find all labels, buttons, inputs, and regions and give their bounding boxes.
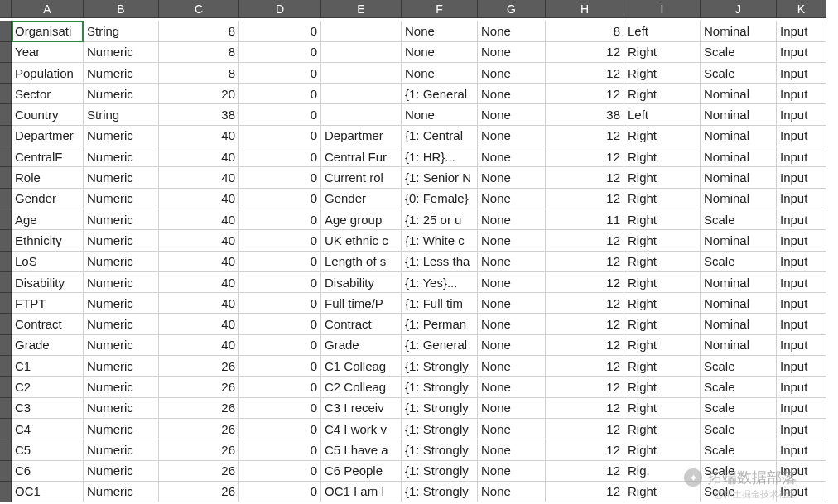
cell-E-11[interactable]: UK ethnic c (321, 230, 402, 251)
cell-E-13[interactable]: Disability (321, 272, 402, 293)
column-header-I[interactable]: I (624, 0, 701, 18)
cell-I-12[interactable]: Right (624, 252, 701, 272)
cell-C-5[interactable]: 38 (159, 104, 239, 125)
cell-D-6[interactable]: 0 (239, 126, 321, 146)
cell-G-2[interactable]: None (478, 42, 546, 63)
cell-J-2[interactable]: Scale (701, 42, 777, 63)
cell-F-6[interactable]: {1: Central (402, 126, 478, 146)
cell-C-8[interactable]: 40 (159, 167, 239, 188)
cell-A-6[interactable]: Departmer (12, 126, 84, 146)
cell-B-14[interactable]: Numeric (84, 293, 159, 314)
cell-A-4[interactable]: Sector (12, 84, 84, 104)
row-header[interactable] (0, 377, 12, 397)
cell-G-5[interactable]: None (478, 104, 546, 125)
cell-E-20[interactable]: C4 I work v (321, 419, 402, 439)
cell-J-14[interactable]: Nominal (701, 293, 777, 314)
cell-C-7[interactable]: 40 (159, 146, 239, 167)
cell-B-6[interactable]: Numeric (84, 126, 159, 146)
cell-I-13[interactable]: Right (624, 272, 701, 293)
cell-A-16[interactable]: Grade (12, 335, 84, 356)
cell-C-9[interactable]: 40 (159, 189, 239, 209)
row-header[interactable] (0, 42, 12, 63)
cell-D-7[interactable]: 0 (239, 146, 321, 167)
cell-D-21[interactable]: 0 (239, 439, 321, 460)
column-header-J[interactable]: J (701, 0, 777, 18)
cell-C-10[interactable]: 40 (159, 209, 239, 230)
cell-G-19[interactable]: None (478, 398, 546, 419)
spreadsheet-grid[interactable]: ABCDEFGHIJKOrganisatiString80NoneNone8Le… (0, 0, 838, 502)
cell-D-3[interactable]: 0 (239, 63, 321, 84)
cell-H-4[interactable]: 12 (546, 84, 624, 104)
cell-B-18[interactable]: Numeric (84, 377, 159, 397)
cell-D-9[interactable]: 0 (239, 189, 321, 209)
column-header-C[interactable]: C (159, 0, 239, 18)
cell-F-12[interactable]: {1: Less tha (402, 252, 478, 272)
row-header[interactable] (0, 461, 12, 482)
cell-G-4[interactable]: None (478, 84, 546, 104)
cell-A-15[interactable]: Contract (12, 314, 84, 334)
cell-H-20[interactable]: 12 (546, 419, 624, 439)
cell-H-10[interactable]: 11 (546, 209, 624, 230)
cell-K-18[interactable]: Input (777, 377, 826, 397)
cell-K-22[interactable]: Input (777, 461, 826, 482)
row-header[interactable] (0, 209, 12, 230)
cell-H-1[interactable]: 8 (546, 21, 624, 41)
cell-B-16[interactable]: Numeric (84, 335, 159, 356)
cell-J-17[interactable]: Scale (701, 356, 777, 377)
cell-C-16[interactable]: 40 (159, 335, 239, 356)
cell-G-11[interactable]: None (478, 230, 546, 251)
cell-G-1[interactable]: None (478, 21, 546, 41)
cell-G-15[interactable]: None (478, 314, 546, 334)
cell-D-13[interactable]: 0 (239, 272, 321, 293)
cell-F-3[interactable]: None (402, 63, 478, 84)
row-header[interactable] (0, 21, 12, 41)
column-header-F[interactable]: F (402, 0, 478, 18)
cell-K-3[interactable]: Input (777, 63, 826, 84)
cell-F-10[interactable]: {1: 25 or u (402, 209, 478, 230)
row-header[interactable] (0, 63, 12, 84)
cell-E-10[interactable]: Age group (321, 209, 402, 230)
cell-F-15[interactable]: {1: Perman (402, 314, 478, 334)
cell-I-17[interactable]: Right (624, 356, 701, 377)
cell-H-15[interactable]: 12 (546, 314, 624, 334)
cell-H-9[interactable]: 12 (546, 189, 624, 209)
cell-C-14[interactable]: 40 (159, 293, 239, 314)
column-header-E[interactable]: E (321, 0, 402, 18)
row-header[interactable] (0, 126, 12, 146)
cell-I-11[interactable]: Right (624, 230, 701, 251)
cell-C-1[interactable]: 8 (159, 21, 239, 41)
cell-F-21[interactable]: {1: Strongly (402, 439, 478, 460)
cell-B-10[interactable]: Numeric (84, 209, 159, 230)
cell-E-1[interactable] (321, 21, 402, 41)
cell-H-2[interactable]: 12 (546, 42, 624, 63)
cell-H-17[interactable]: 12 (546, 356, 624, 377)
cell-K-12[interactable]: Input (777, 252, 826, 272)
cell-J-19[interactable]: Scale (701, 398, 777, 419)
cell-C-13[interactable]: 40 (159, 272, 239, 293)
cell-B-13[interactable]: Numeric (84, 272, 159, 293)
cell-E-9[interactable]: Gender (321, 189, 402, 209)
cell-B-23[interactable]: Numeric (84, 482, 159, 502)
cell-B-5[interactable]: String (84, 104, 159, 125)
row-header[interactable] (0, 314, 12, 334)
cell-J-1[interactable]: Nominal (701, 21, 777, 41)
cell-H-6[interactable]: 12 (546, 126, 624, 146)
cell-I-22[interactable]: Rig. (624, 461, 701, 482)
row-header[interactable] (0, 84, 12, 104)
cell-C-23[interactable]: 26 (159, 482, 239, 502)
cell-E-12[interactable]: Length of s (321, 252, 402, 272)
cell-K-10[interactable]: Input (777, 209, 826, 230)
cell-A-9[interactable]: Gender (12, 189, 84, 209)
cell-F-17[interactable]: {1: Strongly (402, 356, 478, 377)
cell-G-3[interactable]: None (478, 63, 546, 84)
cell-I-2[interactable]: Right (624, 42, 701, 63)
row-header[interactable] (0, 189, 12, 209)
cell-C-18[interactable]: 26 (159, 377, 239, 397)
cell-G-21[interactable]: None (478, 439, 546, 460)
cell-A-1[interactable]: Organisati (12, 21, 84, 41)
cell-B-9[interactable]: Numeric (84, 189, 159, 209)
cell-J-8[interactable]: Nominal (701, 167, 777, 188)
cell-K-4[interactable]: Input (777, 84, 826, 104)
row-header[interactable] (0, 167, 12, 188)
cell-F-13[interactable]: {1: Yes}... (402, 272, 478, 293)
